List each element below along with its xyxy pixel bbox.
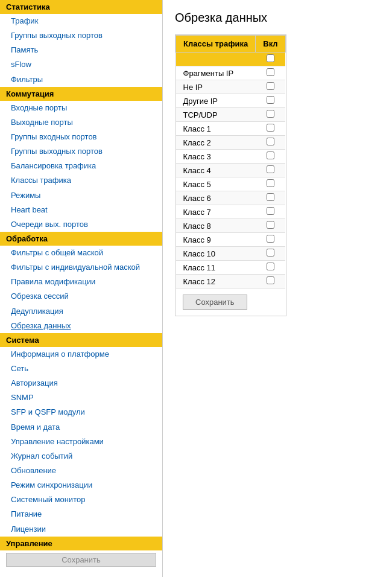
traffic-class-checkbox[interactable] xyxy=(267,151,274,159)
traffic-class-checkbox-cell xyxy=(256,94,285,108)
traffic-class-checkbox[interactable] xyxy=(267,68,274,76)
sidebar-item-3-7[interactable]: Журнал событий xyxy=(0,449,162,464)
sidebar-item-0-3[interactable]: sFlow xyxy=(0,57,162,72)
sidebar-item-1-3[interactable]: Группы выходных портов xyxy=(0,144,162,159)
sidebar-category-1: Коммутация xyxy=(0,87,162,101)
table-row: Класс 6 xyxy=(176,191,286,205)
traffic-class-label: Класс 10 xyxy=(176,247,256,261)
table-row: Класс 3 xyxy=(176,150,286,164)
sidebar-item-3-11[interactable]: Питание xyxy=(0,507,162,521)
sidebar-item-1-8[interactable]: Очереди вых. портов xyxy=(0,217,162,232)
traffic-class-label: TCP/UDP xyxy=(176,108,256,122)
sidebar-item-3-9[interactable]: Режим синхронизации xyxy=(0,478,162,493)
sidebar-item-3-6[interactable]: Управление настройками xyxy=(0,435,162,449)
traffic-class-checkbox[interactable] xyxy=(267,207,274,215)
main-content: Обрезка данных Классы трафика Вкл Фрагме… xyxy=(163,0,392,577)
table-row: Фрагменты IP xyxy=(176,66,286,80)
traffic-class-checkbox-cell xyxy=(256,150,285,164)
sidebar-item-3-1[interactable]: Сеть xyxy=(0,362,162,376)
traffic-class-checkbox[interactable] xyxy=(267,235,274,243)
traffic-class-checkbox[interactable] xyxy=(267,249,274,257)
sidebar-item-2-0[interactable]: Фильтры с общей маской xyxy=(0,246,162,260)
traffic-class-label: Не IP xyxy=(176,80,256,94)
traffic-class-checkbox[interactable] xyxy=(267,165,274,173)
sidebar-item-0-1[interactable]: Группы выходных портов xyxy=(0,28,162,43)
traffic-class-checkbox[interactable] xyxy=(267,276,274,284)
traffic-class-checkbox-cell xyxy=(256,66,285,80)
table-row: Класс 4 xyxy=(176,164,286,177)
traffic-class-checkbox-cell xyxy=(256,205,285,219)
traffic-class-label: Класс 1 xyxy=(176,122,256,136)
sidebar-item-2-1[interactable]: Фильтры с индивидуальной маской xyxy=(0,260,162,275)
sidebar-item-1-0[interactable]: Входные порты xyxy=(0,101,162,115)
traffic-class-label: Класс 7 xyxy=(176,205,256,219)
sidebar-item-2-5[interactable]: Обрезка данных xyxy=(0,319,162,333)
data-table-wrapper: Классы трафика Вкл Фрагменты IPНе IPДруг… xyxy=(175,34,286,316)
table-row: Другие IP xyxy=(176,94,286,108)
sidebar-item-3-8[interactable]: Обновление xyxy=(0,464,162,478)
sidebar-category-4: Управление xyxy=(0,537,162,550)
traffic-class-checkbox[interactable] xyxy=(267,110,274,118)
sidebar-item-1-7[interactable]: Heart beat xyxy=(0,203,162,217)
sidebar-item-3-4[interactable]: SFP и QSFP модули xyxy=(0,405,162,419)
table-row: Класс 11 xyxy=(176,261,286,275)
traffic-class-checkbox-cell xyxy=(256,275,285,288)
sidebar-save-button[interactable]: Сохранить xyxy=(6,553,156,567)
sidebar-item-2-4[interactable]: Дедупликация xyxy=(0,304,162,319)
table-row: Класс 5 xyxy=(176,177,286,191)
traffic-class-label: Класс 12 xyxy=(176,275,256,288)
traffic-class-checkbox[interactable] xyxy=(267,124,274,132)
traffic-class-checkbox-cell xyxy=(256,136,285,150)
traffic-class-label: Класс 2 xyxy=(176,136,256,150)
traffic-class-checkbox[interactable] xyxy=(267,138,274,145)
sidebar-item-1-4[interactable]: Балансировка трафика xyxy=(0,159,162,173)
sidebar-item-2-2[interactable]: Правила модификации xyxy=(0,275,162,289)
col-traffic-class-header: Классы трафика xyxy=(176,36,256,53)
sidebar-item-3-5[interactable]: Время и дата xyxy=(0,420,162,435)
traffic-class-label: Класс 9 xyxy=(176,233,256,247)
sidebar-item-1-5[interactable]: Классы трафика xyxy=(0,173,162,188)
sidebar-item-2-3[interactable]: Обрезка сессий xyxy=(0,289,162,304)
sidebar-item-0-0[interactable]: Трафик xyxy=(0,14,162,28)
traffic-class-label: Фрагменты IP xyxy=(176,66,256,80)
sidebar: СтатистикаТрафикГруппы выходных портовПа… xyxy=(0,0,163,577)
sidebar-item-1-1[interactable]: Выходные порты xyxy=(0,115,162,130)
sidebar-category-3: Система xyxy=(0,333,162,347)
sidebar-item-0-2[interactable]: Память xyxy=(0,43,162,57)
traffic-class-label: Другие IP xyxy=(176,94,256,108)
traffic-class-label: Класс 11 xyxy=(176,261,256,275)
sidebar-item-3-2[interactable]: Авторизация xyxy=(0,376,162,391)
traffic-class-checkbox[interactable] xyxy=(267,263,274,270)
sidebar-item-3-12[interactable]: Лицензии xyxy=(0,522,162,537)
sidebar-item-0-4[interactable]: Фильтры xyxy=(0,72,162,87)
save-button[interactable]: Сохранить xyxy=(183,295,247,310)
sidebar-bottom-links: ВыходПерезагрузка xyxy=(0,569,162,577)
traffic-class-label: Класс 5 xyxy=(176,177,256,191)
sidebar-category-2: Обработка xyxy=(0,232,162,246)
traffic-class-checkbox-cell xyxy=(256,164,285,177)
col-enabled-header: Вкл xyxy=(256,36,285,53)
sidebar-item-3-0[interactable]: Информация о платформе xyxy=(0,347,162,362)
traffic-class-checkbox[interactable] xyxy=(267,193,274,201)
traffic-class-checkbox[interactable] xyxy=(267,221,274,229)
table-row: TCP/UDP xyxy=(176,108,286,122)
table-row: Класс 10 xyxy=(176,247,286,261)
traffic-class-checkbox-cell xyxy=(256,191,285,205)
traffic-class-checkbox[interactable] xyxy=(267,179,274,187)
traffic-class-checkbox[interactable] xyxy=(267,82,274,90)
traffic-class-checkbox-cell xyxy=(256,261,285,275)
table-row: Класс 2 xyxy=(176,136,286,150)
traffic-class-checkbox-cell xyxy=(256,177,285,191)
traffic-class-checkbox[interactable] xyxy=(267,54,274,62)
table-row: Класс 8 xyxy=(176,219,286,233)
traffic-class-checkbox[interactable] xyxy=(267,96,274,104)
sidebar-item-3-10[interactable]: Системный монитор xyxy=(0,493,162,507)
sidebar-item-3-3[interactable]: SNMP xyxy=(0,391,162,405)
traffic-class-label: Класс 8 xyxy=(176,219,256,233)
traffic-class-checkbox-cell xyxy=(256,108,285,122)
traffic-class-table: Классы трафика Вкл Фрагменты IPНе IPДруг… xyxy=(175,35,286,288)
sidebar-item-1-6[interactable]: Режимы xyxy=(0,188,162,203)
sidebar-item-1-2[interactable]: Группы входных портов xyxy=(0,130,162,144)
traffic-class-checkbox-cell xyxy=(256,233,285,247)
traffic-class-checkbox-cell xyxy=(256,53,285,66)
